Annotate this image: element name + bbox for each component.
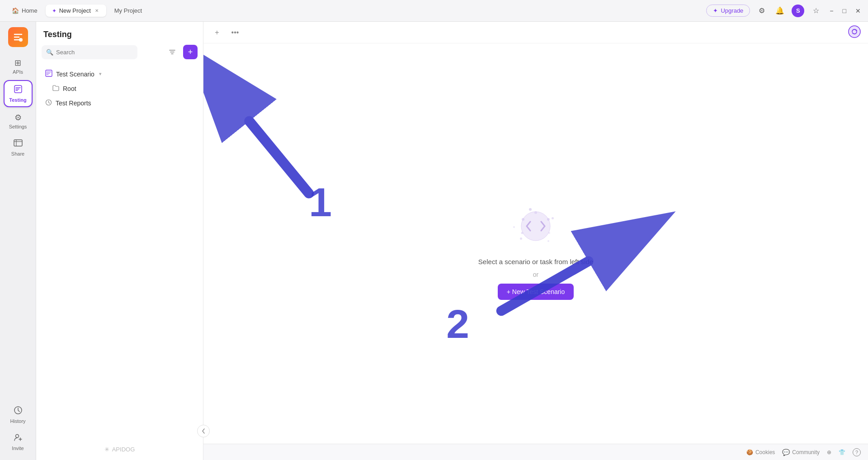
share-icon [14,138,23,150]
svg-point-24 [521,232,524,234]
tab-close-button[interactable]: ✕ [94,8,100,14]
help-link-1[interactable]: ⊕ [827,449,831,455]
tab-new-project[interactable]: ✦ New Project ✕ [46,5,106,17]
bell-icon-button[interactable]: 🔔 [774,5,786,17]
new-project-icon: ✦ [52,8,57,14]
bottom-bar: 🍪 Cookies 💬 Community ⊕ 👕 ? [203,444,868,460]
add-button[interactable]: + [183,45,198,59]
chevron-down-icon: ▾ [99,71,102,77]
cookies-icon: 🍪 [746,449,753,455]
sidebar-item-share[interactable]: Share [4,135,33,160]
tree-item-root[interactable]: Root [40,81,199,96]
search-wrapper: 🔍 [42,45,161,59]
tab-new-project-label: New Project [59,7,91,14]
sidebar-title: Testing [43,30,72,39]
upgrade-label: Upgrade [721,7,743,14]
testing-label: Testing [9,97,26,103]
circle-plus-icon: ⊕ [827,449,831,455]
sidebar-item-apis[interactable]: ⊞ APIs [4,54,33,78]
testing-icon [14,85,23,96]
empty-state: Select a scenario or task from left side… [203,43,868,460]
maximize-button[interactable]: □ [841,5,848,16]
test-reports-icon [45,99,52,107]
test-reports-label: Test Reports [56,100,91,107]
sidebar-item-testing[interactable]: Testing [4,80,33,107]
more-icon: ••• [231,28,239,37]
help-link-3[interactable]: ? [853,448,861,456]
search-input[interactable] [42,45,137,59]
sidebar-item-settings[interactable]: ⚙ Settings [4,109,33,133]
home-icon: 🏠 [12,7,19,14]
filter-button[interactable] [165,45,179,59]
history-icon [14,406,23,417]
shirt-icon: 👕 [839,449,845,455]
main-toolbar: + ••• [203,22,868,43]
collapse-sidebar-button[interactable] [197,425,210,437]
test-scenario-label: Test Scenario [56,71,94,78]
app-logo [8,27,28,47]
tree-item-test-reports[interactable]: Test Reports [40,96,199,110]
add-toolbar-button[interactable]: + [211,26,223,39]
sidebar-item-history[interactable]: History [4,402,33,427]
svg-point-22 [522,218,524,221]
main-content: + ••• [203,22,868,460]
add-icon: + [215,28,219,37]
upgrade-button[interactable]: ✦ Upgrade [706,5,750,17]
empty-illustration [509,204,563,249]
tree-item-test-scenario[interactable]: Test Scenario ▾ [40,66,199,81]
test-scenario-icon [45,70,52,78]
upgrade-icon: ✦ [713,7,718,14]
svg-point-10 [15,435,19,438]
sidebar-search-row: 🔍 + [36,45,203,65]
svg-point-26 [534,211,537,214]
question-icon: ? [853,448,861,456]
svg-point-25 [548,232,550,234]
sidebar-footer: ✳ APIDOG [36,439,203,460]
tab-home-label: Home [22,7,38,14]
svg-point-1 [19,38,23,42]
sidebar: Testing 🔍 + [36,22,203,460]
settings-label: Settings [9,124,27,129]
apis-icon: ⊞ [14,58,21,68]
community-link[interactable]: 💬 Community [782,449,820,456]
empty-or-text: or [533,271,538,278]
svg-rect-6 [14,140,22,146]
invite-label: Invite [12,446,24,451]
tab-my-project[interactable]: My Project [108,5,148,17]
tab-bar: 🏠 Home ✦ New Project ✕ My Project [5,5,706,17]
new-test-scenario-button[interactable]: + New Test Scenario [498,284,574,300]
apidog-label: APIDOG [112,446,135,453]
minimize-button[interactable]: − [828,5,835,16]
avatar[interactable]: S [792,5,804,17]
settings-icon: ⚙ [14,113,22,123]
tab-my-project-label: My Project [114,7,142,14]
help-link-2[interactable]: 👕 [839,449,845,455]
search-icon: 🔍 [46,49,53,56]
titlebar: 🏠 Home ✦ New Project ✕ My Project ✦ Upgr… [0,0,868,22]
root-label: Root [63,85,76,92]
sidebar-item-invite[interactable]: Invite [4,429,33,455]
settings-icon-button[interactable]: ⚙ [755,5,768,17]
empty-hint-text: Select a scenario or task from left side [478,258,593,266]
titlebar-actions: ✦ Upgrade ⚙ 🔔 S ☆ − □ ✕ [706,5,863,17]
left-nav: ⊞ APIs Testing ⚙ Settings [0,22,36,460]
sync-icon-button[interactable] [848,25,861,40]
svg-point-23 [547,218,550,221]
bookmark-icon[interactable]: ☆ [810,5,822,17]
community-label: Community [792,449,820,455]
tab-home[interactable]: 🏠 Home [5,5,44,17]
more-toolbar-button[interactable]: ••• [229,26,241,39]
new-scenario-label: + New Test Scenario [507,288,565,295]
svg-point-21 [521,212,550,241]
apidog-logo: ✳ APIDOG [104,446,135,453]
main-layout: ⊞ APIs Testing ⚙ Settings [0,22,868,460]
sidebar-header: Testing [36,22,203,45]
close-button[interactable]: ✕ [854,5,863,16]
history-label: History [10,418,25,424]
community-icon: 💬 [782,449,790,456]
cookies-label: Cookies [755,449,775,455]
apidog-logo-icon: ✳ [104,446,109,453]
apis-label: APIs [13,69,23,75]
sidebar-tree: Test Scenario ▾ Root [36,65,203,112]
cookies-link[interactable]: 🍪 Cookies [746,449,775,455]
